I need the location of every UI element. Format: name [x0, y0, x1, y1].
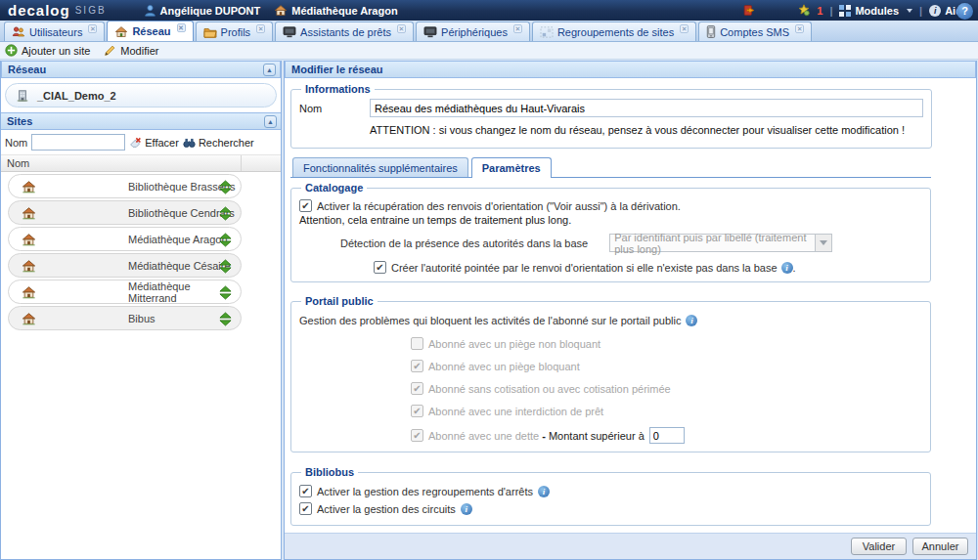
main-panel-title: Modifier le réseau: [285, 61, 976, 78]
sort-arrows-icon[interactable]: [219, 206, 232, 221]
tab-reseau[interactable]: Réseau ✕: [107, 21, 193, 41]
creer-autorite-label: Créer l'autorité pointée par le renvoi d…: [391, 262, 778, 274]
pencil-icon: [104, 44, 116, 57]
terminal-icon: [283, 26, 296, 38]
modules-menu[interactable]: Modules: [839, 5, 912, 17]
house-icon: [22, 259, 36, 273]
close-icon[interactable]: ✕: [256, 24, 265, 33]
info-icon[interactable]: i: [461, 503, 472, 515]
circuits-checkbox[interactable]: [299, 502, 312, 515]
chevron-down-icon: [815, 235, 831, 251]
current-site[interactable]: Médiathèque Aragon: [274, 4, 397, 17]
logout-icon[interactable]: [742, 4, 756, 17]
info-icon[interactable]: i: [781, 262, 793, 274]
terminal-icon: [423, 26, 437, 38]
site-row[interactable]: Bibliothèque Brassens: [8, 174, 242, 198]
users-star-icon: [797, 4, 811, 17]
site-search-input[interactable]: [31, 134, 125, 151]
sites-panel-header[interactable]: Sites ▲: [1, 112, 281, 130]
search-button[interactable]: Rechercher: [183, 137, 254, 149]
tab-utilisateurs[interactable]: Utilisateurs ✕: [4, 22, 105, 41]
binoculars-icon: [183, 137, 196, 149]
tab-comptes-sms[interactable]: Comptes SMS ✕: [698, 22, 812, 41]
sites-column-header[interactable]: Nom: [1, 155, 281, 172]
modules-grid-icon: [839, 5, 851, 17]
modules-caret-icon: [907, 9, 912, 13]
top-navbar: decalog SIGB Angélique DUPONT Médiathèqu…: [0, 0, 978, 21]
dette-checkbox: [411, 429, 423, 442]
phone-icon: [706, 25, 716, 38]
tab-assistants-de-prets[interactable]: Assistants de prêts ✕: [275, 22, 414, 41]
house-icon: [22, 233, 36, 246]
bibliobus-fieldset: Bibliobus Activer la gestion des regroup…: [290, 466, 931, 526]
tab-profils[interactable]: Profils ✕: [196, 22, 274, 41]
current-user[interactable]: Angélique DUPONT: [144, 4, 261, 17]
collapse-icon[interactable]: ▲: [264, 115, 277, 128]
close-icon[interactable]: ✕: [88, 24, 97, 33]
piege-non-bloquant-checkbox: [411, 337, 423, 350]
bibliobus-legend: Bibliobus: [301, 466, 358, 478]
close-icon[interactable]: ✕: [680, 24, 689, 33]
close-icon[interactable]: ✕: [397, 24, 406, 33]
main-panel: Modifier le réseau Informations Nom ATTE…: [284, 61, 977, 560]
network-list-item[interactable]: _CIAL_Demo_2: [5, 83, 277, 108]
sort-arrows-icon[interactable]: [219, 285, 232, 300]
info-icon[interactable]: i: [538, 486, 550, 497]
detection-select: Par identifiant puis par libellé (traite…: [609, 234, 832, 252]
nom-field-label: Nom: [299, 103, 370, 114]
info-icon[interactable]: i: [686, 315, 697, 326]
home-icon: [114, 25, 128, 38]
house-icon: [22, 206, 36, 220]
catalogage-fieldset: Catalogage Activer la récupération des r…: [290, 182, 931, 282]
valider-button[interactable]: Valider: [851, 538, 907, 555]
montant-input[interactable]: [649, 427, 685, 444]
modify-button[interactable]: Modifier: [104, 44, 158, 57]
close-icon[interactable]: ✕: [513, 24, 522, 33]
site-row[interactable]: Médiathèque Aragon: [8, 227, 242, 251]
renvois-checkbox[interactable]: [299, 199, 312, 212]
close-icon[interactable]: ✕: [795, 24, 804, 33]
network-name-input[interactable]: [370, 99, 923, 117]
notifications-indicator[interactable]: 1: [797, 4, 822, 17]
tab-peripheriques[interactable]: Périphériques ✕: [416, 22, 530, 41]
clear-search-button[interactable]: Effacer: [129, 136, 179, 149]
search-field-label: Nom: [5, 137, 27, 149]
sort-arrows-icon[interactable]: [219, 259, 232, 274]
sort-arrows-icon[interactable]: [219, 180, 232, 194]
settings-tab-strip: Fonctionnalités supplémentaires Paramètr…: [290, 157, 931, 178]
portail-legend: Portail public: [301, 295, 378, 307]
tab-regroupements-de-sites[interactable]: Regroupements de sites ✕: [532, 22, 696, 41]
tab-parametres[interactable]: Paramètres: [471, 157, 552, 178]
interdiction-pret-checkbox: [411, 405, 423, 417]
house-icon: [22, 312, 36, 325]
catalogage-legend: Catalogage: [301, 182, 367, 194]
site-search-bar: Nom Effacer Rechercher: [1, 130, 281, 155]
tab-fonctionnalites-supplementaires[interactable]: Fonctionnalités supplémentaires: [292, 157, 468, 177]
plus-icon: [5, 44, 18, 57]
creer-autorite-checkbox[interactable]: [374, 261, 386, 274]
reseau-panel-header[interactable]: Réseau ▲: [1, 61, 281, 78]
add-site-button[interactable]: Ajouter un site: [5, 44, 90, 57]
sans-cotisation-checkbox: [411, 382, 423, 395]
form-footer: Valider Annuler: [285, 533, 976, 559]
eraser-icon: [129, 136, 142, 149]
site-row[interactable]: Médiathèque Mitterrand: [8, 280, 242, 304]
house-icon: [22, 285, 36, 299]
building-icon: [16, 89, 29, 103]
portail-public-fieldset: Portail public Gestion des problèmes qui…: [290, 295, 931, 452]
montant-label: Montant supérieur à: [549, 430, 645, 442]
topbar-separator2: |: [919, 5, 922, 17]
close-icon[interactable]: ✕: [177, 23, 186, 32]
sort-arrows-icon[interactable]: [219, 233, 232, 247]
site-row[interactable]: Médiathèque Césaire: [8, 253, 242, 278]
help-button[interactable]: ?: [956, 3, 973, 20]
app-logo-suffix: SIGB: [75, 5, 107, 16]
site-row[interactable]: Bibus: [8, 306, 242, 330]
regroupements-arrets-checkbox[interactable]: [299, 485, 312, 497]
annuler-button[interactable]: Annuler: [912, 538, 968, 555]
sort-arrows-icon[interactable]: [219, 312, 232, 326]
detection-label: Détection de la présence des autorités d…: [340, 237, 588, 249]
site-row[interactable]: Bibliothèque Cendrars: [8, 200, 242, 225]
collapse-icon[interactable]: ▲: [263, 64, 276, 76]
renvois-label: Activer la récupération des renvois d'or…: [317, 200, 681, 212]
